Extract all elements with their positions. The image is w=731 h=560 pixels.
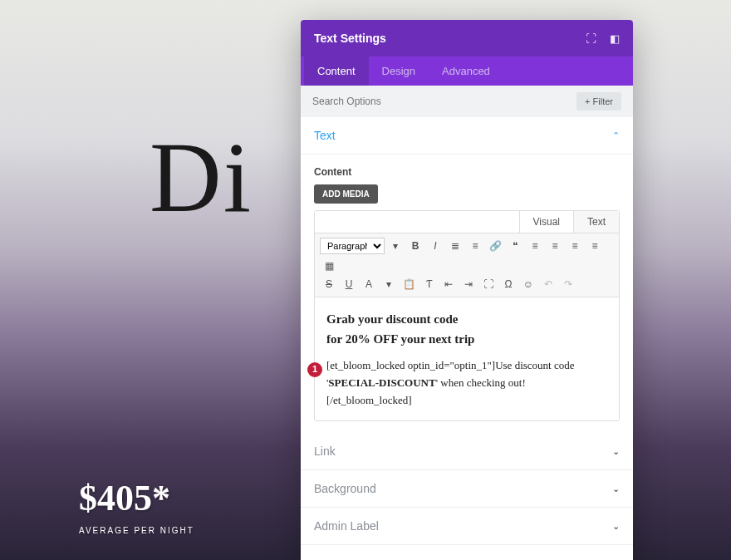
align-center-icon[interactable]: ≡ [546, 237, 564, 255]
paste-icon[interactable]: 📋 [400, 275, 418, 293]
search-bar: + Filter [301, 86, 633, 117]
indent-icon[interactable]: ⇥ [459, 275, 478, 293]
chevron-down-icon: ⌄ [612, 484, 620, 494]
rich-text-editor: Visual Text Paragraph ▾ B I ≣ ≡ 🔗 ❝ ≡ ≡ … [314, 210, 620, 421]
undo-icon[interactable]: ↶ [539, 275, 557, 293]
text-section-body: Content ADD MEDIA Visual Text Paragraph … [301, 155, 633, 433]
section-admin-label-title: Admin Label [314, 519, 379, 533]
section-admin-label[interactable]: Admin Label ⌄ [301, 508, 633, 545]
filter-button[interactable]: + Filter [576, 92, 621, 111]
search-input[interactable] [312, 96, 478, 107]
section-link-title: Link [314, 445, 336, 458]
editor-heading-line1: Grab your discount code [326, 309, 607, 329]
tabs: Content Design Advanced [301, 56, 633, 86]
tab-advanced[interactable]: Advanced [429, 56, 503, 86]
chevron-up-icon: ⌃ [612, 130, 620, 141]
italic-icon[interactable]: I [426, 237, 444, 255]
chevron-down-icon: ⌄ [612, 521, 620, 532]
snap-icon[interactable]: ◧ [610, 32, 620, 45]
price-subtitle: AVERAGE PER NIGHT [79, 526, 194, 535]
background-heading: Di [150, 120, 253, 235]
section-background[interactable]: Background ⌄ [301, 470, 633, 508]
clear-format-icon[interactable]: Ƭ [419, 275, 438, 293]
justify-icon[interactable]: ≡ [586, 237, 604, 255]
editor-toolbar: Paragraph ▾ B I ≣ ≡ 🔗 ❝ ≡ ≡ ≡ ≡ ▦ S U [315, 233, 619, 297]
fullscreen-icon[interactable]: ⛶ [479, 275, 498, 293]
editor-shortcode: [et_bloom_locked optin_id="optin_1"]Use … [326, 357, 607, 409]
section-link[interactable]: Link ⌄ [301, 433, 633, 470]
strikethrough-icon[interactable]: S [320, 275, 338, 293]
bold-icon[interactable]: B [406, 237, 424, 255]
emoji-icon[interactable]: ☺ [519, 275, 537, 293]
tab-design[interactable]: Design [369, 56, 429, 86]
section-background-title: Background [314, 482, 376, 495]
expand-icon[interactable]: ⛶ [586, 32, 596, 45]
paragraph-select[interactable]: Paragraph [320, 238, 385, 254]
link-icon[interactable]: 🔗 [486, 237, 504, 255]
price-value: $405* [79, 477, 194, 519]
toolbar-dropdown-icon[interactable]: ▾ [386, 237, 405, 255]
content-label: Content [314, 166, 620, 178]
text-settings-modal: Text Settings ⛶ ◧ Content Design Advance… [301, 20, 633, 560]
special-char-icon[interactable]: Ω [499, 275, 518, 293]
editor-content[interactable]: 1 Grab your discount code for 20% OFF yo… [315, 297, 619, 420]
help-row[interactable]: ?Help [301, 545, 633, 560]
underline-icon[interactable]: U [340, 275, 358, 293]
modal-header: Text Settings ⛶ ◧ [301, 20, 633, 56]
align-right-icon[interactable]: ≡ [566, 237, 584, 255]
editor-heading-line2: for 20% OFF your next trip [326, 329, 607, 349]
bullet-list-icon[interactable]: ≣ [446, 237, 464, 255]
outdent-icon[interactable]: ⇤ [439, 275, 458, 293]
section-text[interactable]: Text ⌃ [301, 117, 633, 155]
align-left-icon[interactable]: ≡ [526, 237, 544, 255]
tab-content[interactable]: Content [304, 56, 369, 86]
quote-icon[interactable]: ❝ [506, 237, 524, 255]
modal-title: Text Settings [314, 32, 386, 45]
redo-icon[interactable]: ↷ [559, 275, 577, 293]
editor-tab-text[interactable]: Text [573, 211, 619, 233]
text-color-icon[interactable]: A [360, 275, 378, 293]
ordered-list-icon[interactable]: ≡ [466, 237, 484, 255]
editor-tab-visual[interactable]: Visual [519, 211, 573, 233]
annotation-badge-1: 1 [307, 362, 322, 377]
chevron-down-icon: ⌄ [612, 446, 620, 457]
add-media-button[interactable]: ADD MEDIA [314, 184, 378, 204]
price-block: $405* AVERAGE PER NIGHT [79, 477, 194, 535]
more-toolbar-icon[interactable]: ▦ [320, 257, 338, 275]
section-text-title: Text [314, 129, 336, 142]
color-dropdown-icon[interactable]: ▾ [380, 275, 398, 293]
